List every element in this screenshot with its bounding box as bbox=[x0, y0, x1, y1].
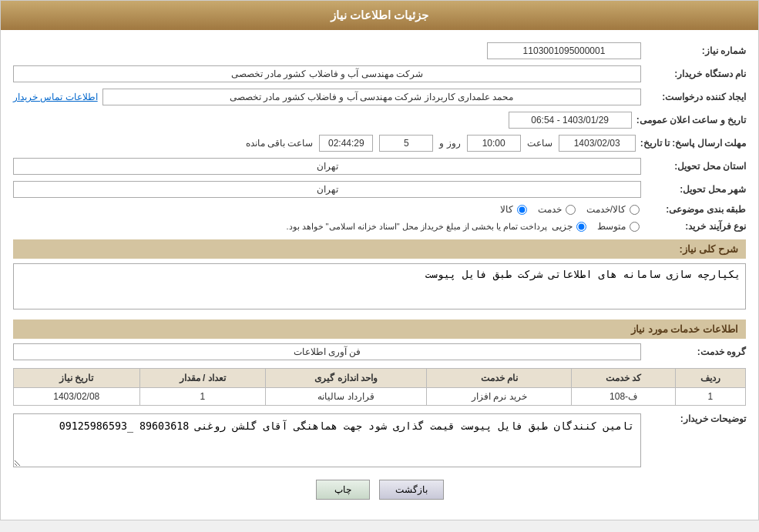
purchase-type-label: نوع فرآیند خرید: bbox=[646, 221, 746, 232]
table-cell-name: خرید نرم افزار bbox=[427, 388, 572, 406]
creator-row: ایجاد کننده درخواست: محمد علمداری کاربرد… bbox=[13, 89, 746, 105]
remaining-label: ساعت باقی مانده bbox=[246, 138, 314, 149]
announce-row: تاریخ و ساعت اعلان عمومی: 1403/01/29 - 0… bbox=[13, 112, 746, 129]
purchase-type-radio-motavaset[interactable] bbox=[630, 222, 640, 232]
purchase-note: پرداخت تمام یا بخشی از مبلغ خریداز محل "… bbox=[286, 222, 547, 232]
category-radio-kala[interactable] bbox=[517, 205, 527, 215]
city-value: تهران bbox=[13, 181, 641, 198]
print-button[interactable]: چاپ bbox=[316, 480, 370, 500]
city-label: شهر محل تحویل: bbox=[646, 184, 746, 195]
table-cell-row: 1 bbox=[675, 388, 745, 406]
services-table: ردیف کد خدمت نام خدمت واحد اندازه گیری ت… bbox=[13, 368, 746, 406]
purchase-type-option-jozi: جزیی bbox=[552, 221, 588, 232]
remaining-time: 02:44:29 bbox=[319, 135, 373, 152]
services-table-section: ردیف کد خدمت نام خدمت واحد اندازه گیری ت… bbox=[13, 368, 746, 406]
deadline-time-label: ساعت bbox=[527, 138, 552, 149]
category-option-kala-khedmat: کالا/خدمت bbox=[586, 204, 641, 215]
col-header-code: کد خدمت bbox=[572, 369, 675, 388]
province-value: تهران bbox=[13, 158, 641, 175]
contact-link[interactable]: اطلاعات تماس خریدار bbox=[13, 92, 98, 102]
deadline-time: 10:00 bbox=[467, 135, 521, 152]
general-description-textarea[interactable]: یکپارچه سازی سامانه های اطلاعاتی شرکت طب… bbox=[13, 263, 746, 309]
back-button[interactable]: بازگشت bbox=[379, 480, 444, 500]
services-section-label: اطلاعات خدمات مورد نیاز bbox=[631, 323, 738, 335]
category-option-kala: کالا bbox=[500, 204, 529, 215]
province-row: استان محل تحویل: تهران bbox=[13, 158, 746, 175]
deadline-date: 1403/02/03 bbox=[559, 135, 636, 152]
creator-value: محمد علمداری کاربرداز شرکت مهندسی آب و ف… bbox=[102, 89, 641, 105]
buyer-notes-label: توضیحات خریدار: bbox=[646, 413, 746, 424]
col-header-name: نام خدمت bbox=[427, 369, 572, 388]
general-description-label: شرح کلی نیاز: bbox=[679, 243, 738, 255]
service-group-row: گروه خدمت: فن آوری اطلاعات bbox=[13, 343, 746, 360]
col-header-date: تاریخ نیاز bbox=[14, 369, 140, 388]
col-header-row: ردیف bbox=[675, 369, 745, 388]
deadline-row: مهلت ارسال پاسخ: تا تاریخ: 1403/02/03 سا… bbox=[13, 135, 746, 152]
purchase-type-label-motavaset: متوسط bbox=[597, 221, 626, 232]
category-label-kala: کالا bbox=[500, 204, 513, 215]
deadline-container: 1403/02/03 ساعت 10:00 روز و 5 02:44:29 س… bbox=[13, 135, 636, 152]
need-number-row: شماره نیاز: 1103001095000001 bbox=[13, 42, 746, 59]
buyer-notes-textarea[interactable] bbox=[13, 413, 641, 467]
category-radio-khedmat[interactable] bbox=[566, 205, 576, 215]
table-cell-unit: قرارداد سالیانه bbox=[265, 388, 426, 406]
col-header-quantity: تعداد / مقدار bbox=[139, 369, 265, 388]
purchase-type-group: متوسط جزیی bbox=[552, 221, 641, 232]
service-group-label: گروه خدمت: bbox=[646, 346, 746, 357]
button-row: بازگشت چاپ bbox=[13, 480, 746, 500]
purchase-type-option-motavaset: متوسط bbox=[597, 221, 641, 232]
services-section: اطلاعات خدمات مورد نیاز bbox=[13, 320, 746, 339]
purchase-type-label-jozi: جزیی bbox=[552, 221, 573, 232]
table-cell-code: ف-108 bbox=[572, 388, 675, 406]
table-cell-quantity: 1 bbox=[139, 388, 265, 406]
general-description-section: شرح کلی نیاز: bbox=[13, 239, 746, 259]
table-cell-date: 1403/02/08 bbox=[14, 388, 140, 406]
category-radio-group: کالا/خدمت خدمت کالا bbox=[500, 204, 641, 215]
category-label-kala-khedmat: کالا/خدمت bbox=[586, 204, 626, 215]
category-label-khedmat: خدمت bbox=[538, 204, 562, 215]
deadline-days: 5 bbox=[379, 135, 433, 152]
purchase-type-radio-jozi[interactable] bbox=[576, 222, 586, 232]
category-label: طبقه بندی موضوعی: bbox=[646, 204, 746, 215]
buyer-notes-row: توضیحات خریدار: bbox=[13, 413, 746, 467]
category-radio-kala-khedmat[interactable] bbox=[630, 205, 640, 215]
table-row: 1ف-108خرید نرم افزارقرارداد سالیانه11403… bbox=[14, 388, 746, 406]
city-row: شهر محل تحویل: تهران bbox=[13, 181, 746, 198]
buyer-org-value: شرکت مهندسی آب و فاضلاب کشور مادر تخصصی bbox=[13, 65, 641, 82]
need-number-value: 1103001095000001 bbox=[487, 42, 641, 59]
purchase-type-row: نوع فرآیند خرید: متوسط جزیی پرداخت تمام … bbox=[13, 221, 746, 232]
deadline-label: مهلت ارسال پاسخ: تا تاریخ: bbox=[640, 138, 746, 149]
general-description-container: یکپارچه سازی سامانه های اطلاعاتی شرکت طب… bbox=[13, 263, 746, 312]
buyer-org-row: نام دستگاه خریدار: شرکت مهندسی آب و فاضل… bbox=[13, 65, 746, 82]
col-header-unit: واحد اندازه گیری bbox=[265, 369, 426, 388]
service-group-value: فن آوری اطلاعات bbox=[13, 343, 641, 360]
deadline-days-label: روز و bbox=[439, 138, 460, 149]
page-title: جزئیات اطلاعات نیاز bbox=[331, 8, 428, 22]
page-header: جزئیات اطلاعات نیاز bbox=[1, 1, 758, 30]
announce-value: 1403/01/29 - 06:54 bbox=[509, 112, 632, 129]
need-number-label: شماره نیاز: bbox=[646, 45, 746, 56]
province-label: استان محل تحویل: bbox=[646, 161, 746, 172]
buyer-org-label: نام دستگاه خریدار: bbox=[646, 69, 746, 79]
category-row: طبقه بندی موضوعی: کالا/خدمت خدمت کالا bbox=[13, 204, 746, 215]
category-option-khedmat: خدمت bbox=[538, 204, 577, 215]
announce-label: تاریخ و ساعت اعلان عمومی: bbox=[636, 115, 746, 125]
creator-label: ایجاد کننده درخواست: bbox=[646, 92, 746, 102]
